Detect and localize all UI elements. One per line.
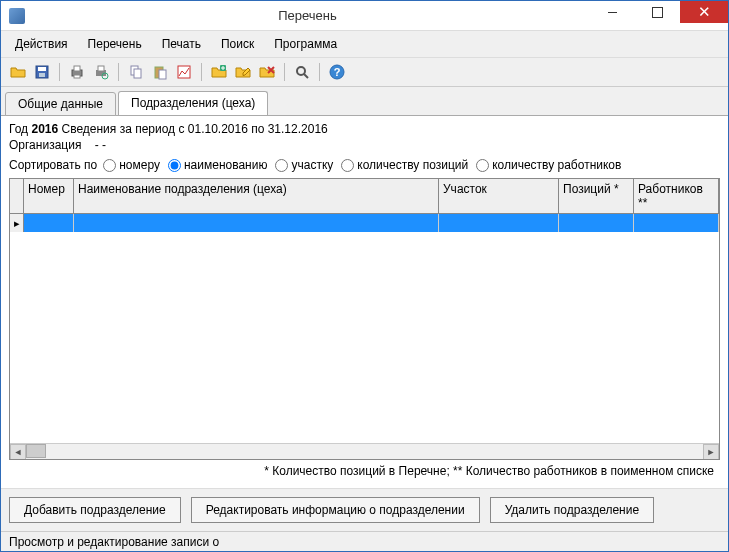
open-icon[interactable] [7, 61, 29, 83]
button-bar: Добавить подразделение Редактировать инф… [1, 488, 728, 531]
menu-search[interactable]: Поиск [211, 33, 264, 55]
help-icon[interactable]: ? [326, 61, 348, 83]
sort-radio-section[interactable]: участку [275, 158, 333, 172]
scroll-thumb[interactable] [26, 444, 46, 458]
sort-opt-name: наименованию [184, 158, 267, 172]
col-positions[interactable]: Позиций * [559, 179, 634, 213]
save-icon[interactable] [31, 61, 53, 83]
col-number[interactable]: Номер [24, 179, 74, 213]
svg-rect-5 [74, 75, 80, 78]
sort-radio-workers[interactable]: количеству работников [476, 158, 621, 172]
menu-print[interactable]: Печать [152, 33, 211, 55]
maximize-button[interactable] [635, 1, 680, 23]
org-value: - - [95, 138, 106, 152]
menubar: Действия Перечень Печать Поиск Программа [1, 31, 728, 58]
menu-program[interactable]: Программа [264, 33, 347, 55]
svg-rect-1 [38, 67, 46, 71]
svg-rect-7 [98, 66, 104, 71]
minimize-button[interactable] [590, 1, 635, 23]
grid-header: Номер Наименование подразделения (цеха) … [10, 179, 719, 214]
col-indicator [10, 179, 24, 213]
col-workers[interactable]: Работников ** [634, 179, 719, 213]
sort-opt-section: участку [291, 158, 333, 172]
delete-icon[interactable] [256, 61, 278, 83]
horizontal-scrollbar[interactable]: ◄ ► [10, 443, 719, 459]
app-icon [9, 8, 25, 24]
period-text: Сведения за период с 01.10.2016 по 31.12… [62, 122, 328, 136]
new-folder-icon[interactable] [208, 61, 230, 83]
row-indicator-icon: ▸ [10, 214, 24, 232]
svg-rect-2 [39, 73, 45, 77]
find-icon[interactable] [291, 61, 313, 83]
grid-body[interactable]: ▸ [10, 214, 719, 443]
org-label: Организация [9, 138, 81, 152]
col-name[interactable]: Наименование подразделения (цеха) [74, 179, 439, 213]
print-icon[interactable] [66, 61, 88, 83]
cell[interactable] [24, 214, 74, 232]
sort-radio-name[interactable]: наименованию [168, 158, 267, 172]
svg-rect-13 [178, 66, 190, 78]
chart-icon[interactable] [173, 61, 195, 83]
table-row[interactable]: ▸ [10, 214, 719, 232]
sort-radio-number[interactable]: номеру [103, 158, 160, 172]
print-preview-icon[interactable] [90, 61, 112, 83]
statusbar: Просмотр и редактирование записи о [1, 531, 728, 551]
delete-division-button[interactable]: Удалить подразделение [490, 497, 654, 523]
menu-actions[interactable]: Действия [5, 33, 78, 55]
svg-text:?: ? [334, 66, 341, 78]
sort-label: Сортировать по [9, 158, 97, 172]
sort-line: Сортировать по номеру наименованию участ… [9, 158, 720, 172]
footnote: * Количество позиций в Перечне; ** Колич… [9, 460, 720, 482]
svg-rect-12 [159, 70, 166, 79]
tab-general[interactable]: Общие данные [5, 92, 116, 116]
toolbar: ? [1, 58, 728, 87]
data-grid[interactable]: Номер Наименование подразделения (цеха) … [9, 178, 720, 460]
edit-folder-icon[interactable] [232, 61, 254, 83]
cell[interactable] [634, 214, 719, 232]
svg-rect-10 [134, 69, 141, 78]
year-value: 2016 [31, 122, 58, 136]
tab-divisions[interactable]: Подразделения (цеха) [118, 91, 268, 115]
paste-icon[interactable] [149, 61, 171, 83]
sort-opt-workers: количеству работников [492, 158, 621, 172]
org-line: Организация - - [9, 138, 720, 152]
scroll-right-icon[interactable]: ► [703, 444, 719, 460]
col-section[interactable]: Участок [439, 179, 559, 213]
year-period-line: Год 2016 Сведения за период с 01.10.2016… [9, 122, 720, 136]
close-button[interactable]: ✕ [680, 1, 728, 23]
scroll-track[interactable] [26, 444, 703, 460]
copy-icon[interactable] [125, 61, 147, 83]
tab-content: Год 2016 Сведения за период с 01.10.2016… [1, 115, 728, 488]
menu-list[interactable]: Перечень [78, 33, 152, 55]
cell[interactable] [74, 214, 439, 232]
svg-rect-4 [74, 66, 80, 71]
cell[interactable] [439, 214, 559, 232]
sort-opt-number: номеру [119, 158, 160, 172]
add-division-button[interactable]: Добавить подразделение [9, 497, 181, 523]
window-title: Перечень [25, 8, 590, 23]
svg-point-15 [297, 67, 305, 75]
scroll-left-icon[interactable]: ◄ [10, 444, 26, 460]
sort-opt-positions: количеству позиций [357, 158, 468, 172]
edit-division-button[interactable]: Редактировать информацию о подразделении [191, 497, 480, 523]
tabs: Общие данные Подразделения (цеха) [1, 87, 728, 115]
sort-radio-positions[interactable]: количеству позиций [341, 158, 468, 172]
cell[interactable] [559, 214, 634, 232]
year-label: Год [9, 122, 28, 136]
titlebar: Перечень ✕ [1, 1, 728, 31]
